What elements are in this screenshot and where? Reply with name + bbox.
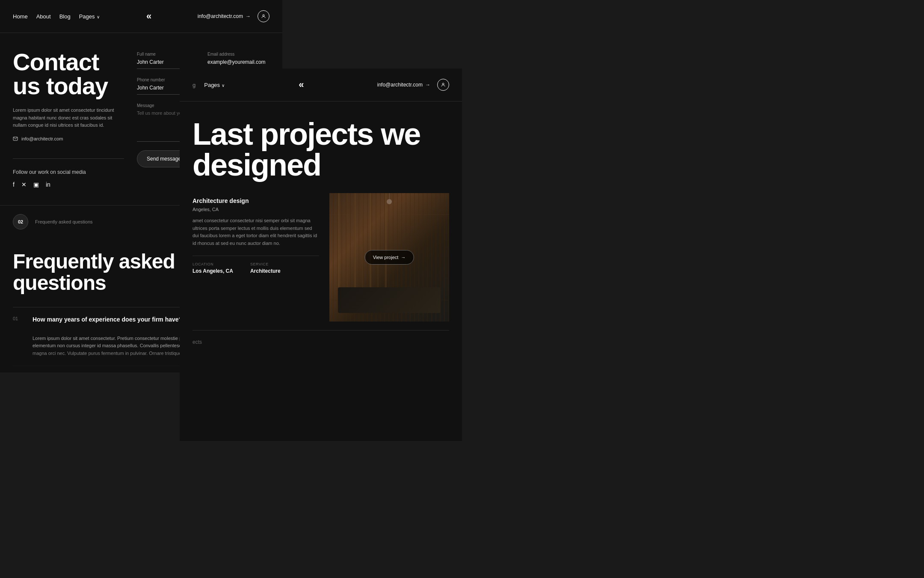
right-chevron-icon — [222, 82, 225, 88]
email-group: Email address example@youremail.com — [207, 52, 270, 69]
email-label: Email address — [207, 52, 270, 57]
svg-rect-8 — [346, 193, 348, 287]
nav-email[interactable]: info@architectr.com — [198, 13, 251, 19]
section-number: 02 — [13, 214, 28, 229]
view-project-button[interactable]: View project — [365, 250, 414, 265]
linkedin-icon[interactable]: in — [46, 181, 50, 188]
view-arrow-icon — [401, 255, 406, 260]
nav-blog[interactable]: Blog — [59, 13, 71, 20]
svg-rect-10 — [362, 193, 363, 287]
project-image-container: View project — [329, 193, 449, 322]
full-name-value[interactable]: John Carter — [137, 59, 199, 69]
nav-links: Home About Blog Pages — [13, 13, 100, 20]
form-row-1: Full name John Carter Email address exam… — [137, 52, 270, 69]
related-projects-label: ects — [192, 330, 449, 349]
location-value: Los Angeles, CA — [192, 268, 233, 274]
right-window: g Pages « info@architectr.com Last proje… — [180, 69, 462, 441]
faq-num-1: 01 — [13, 316, 26, 321]
twitter-icon[interactable]: ✕ — [21, 181, 27, 188]
divider — [13, 158, 124, 159]
project-info: Architecture design Angeles, CA amet con… — [192, 193, 319, 322]
service-value: Architecture — [250, 268, 281, 274]
projects-content: Last projects we designed Architecture d… — [180, 101, 462, 362]
nav-about[interactable]: About — [36, 13, 51, 20]
project-meta-location: LOCATION Los Angeles, CA — [192, 262, 233, 274]
svg-rect-13 — [385, 193, 387, 287]
svg-rect-15 — [368, 295, 371, 308]
svg-rect-12 — [377, 193, 379, 287]
right-bottom-fade — [180, 415, 462, 441]
nav-partial-1: g — [192, 82, 195, 88]
right-nav-pages[interactable]: Pages — [204, 82, 225, 88]
full-name-group: Full name John Carter — [137, 52, 199, 69]
location-label: LOCATION — [192, 262, 233, 266]
project-location-tag: Angeles, CA — [192, 207, 319, 212]
svg-point-0 — [263, 15, 264, 16]
svg-rect-7 — [338, 193, 340, 287]
contact-left: Contact us today Lorem ipsum dolor sit a… — [13, 50, 124, 188]
svg-point-17 — [387, 199, 392, 204]
chevron-down-icon — [97, 13, 100, 20]
nav-home[interactable]: Home — [13, 13, 28, 20]
svg-rect-11 — [370, 193, 371, 287]
full-name-label: Full name — [137, 52, 199, 57]
nav-pages-dropdown[interactable]: Pages — [79, 13, 100, 20]
right-nav-right: info@architectr.com — [377, 79, 449, 91]
svg-rect-16 — [416, 295, 419, 308]
email-value[interactable]: example@youremail.com — [207, 59, 270, 69]
nav-right: info@architectr.com — [198, 10, 270, 22]
svg-point-4 — [442, 83, 444, 85]
section-label: Frequently asked questions — [35, 219, 93, 224]
facebook-icon[interactable]: f — [13, 181, 15, 188]
service-label: SERVICE — [250, 262, 281, 266]
project-name: Architecture design — [192, 197, 319, 204]
left-nav: Home About Blog Pages « info@architectr.… — [0, 0, 282, 33]
social-title: Follow our work on social media — [13, 169, 124, 175]
user-icon[interactable] — [258, 10, 270, 22]
arrow-right-icon — [246, 13, 251, 19]
contact-email-link[interactable]: info@architectr.com — [13, 136, 124, 141]
right-arrow-icon — [425, 82, 430, 88]
right-nav-left: g Pages — [192, 82, 225, 88]
right-nav-email[interactable]: info@architectr.com — [377, 82, 430, 88]
instagram-icon[interactable]: ▣ — [33, 181, 39, 188]
right-user-icon[interactable] — [437, 79, 449, 91]
page-title: Contact us today — [13, 50, 124, 98]
project-description: amet consectetur consectetur nisi semper… — [192, 217, 319, 247]
page-description: Lorem ipsum dolor sit amet consectetur t… — [13, 107, 124, 129]
svg-rect-14 — [364, 292, 424, 295]
projects-title: Last projects we designed — [192, 119, 449, 180]
right-nav: g Pages « info@architectr.com — [180, 69, 462, 101]
project-card: Architecture design Angeles, CA amet con… — [192, 193, 449, 322]
right-logo[interactable]: « — [299, 79, 303, 90]
social-icons: f ✕ ▣ in — [13, 181, 124, 188]
project-meta-service: SERVICE Architecture — [250, 262, 281, 274]
svg-rect-9 — [354, 193, 356, 287]
logo[interactable]: « — [146, 11, 151, 22]
project-meta: LOCATION Los Angeles, CA SERVICE Archite… — [192, 256, 319, 274]
